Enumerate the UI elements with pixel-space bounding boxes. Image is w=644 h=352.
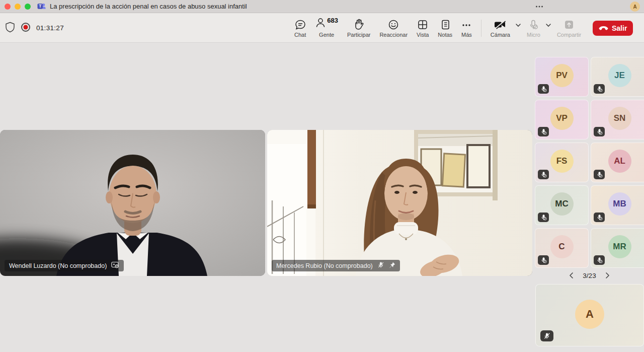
mic-muted-badge: [538, 170, 549, 179]
zoom-button[interactable]: [25, 4, 31, 10]
self-avatar: A: [575, 300, 604, 329]
shield-icon: [5, 22, 15, 35]
page-indicator: 3/23: [583, 272, 596, 279]
participant-avatar: JE: [608, 64, 631, 87]
participant-avatar: PV: [550, 64, 574, 87]
camera-label: Cámara: [491, 32, 510, 38]
notes-icon: [440, 18, 450, 30]
mic-muted-badge: [594, 213, 605, 222]
name-label-wendell: Wendell Luzardo (No comprobado): [5, 260, 124, 271]
window-controls: [5, 4, 31, 10]
self-view-tile[interactable]: A: [535, 284, 644, 346]
minimize-button[interactable]: [15, 4, 21, 10]
svg-text:T: T: [39, 4, 42, 9]
raised-hand-icon: [354, 18, 364, 30]
more-options-icon: [461, 18, 471, 30]
chat-label: Chat: [294, 32, 306, 38]
notes-button[interactable]: Notas: [433, 16, 457, 40]
mic-muted-badge: [594, 127, 605, 136]
mic-off-icon: [377, 261, 384, 270]
meeting-toolbar: 01:31:27 Chat 683 Gente P: [0, 13, 644, 43]
chat-button[interactable]: Chat: [290, 16, 310, 40]
mic-muted-badge: [538, 127, 549, 136]
video-effects-icon: [111, 261, 119, 270]
participant-tile[interactable]: MR: [591, 228, 644, 268]
participant-name: Wendell Luzardo (No comprobado): [9, 262, 107, 269]
titlebar: T La prescripción de la acción penal en …: [0, 0, 644, 13]
close-button[interactable]: [5, 4, 11, 10]
participant-avatar: MC: [550, 192, 574, 216]
mic-label: Micro: [527, 32, 540, 38]
mic-muted-icon: [528, 18, 538, 30]
name-label-mercedes: Mercedes Rubio (No comprobado): [272, 260, 400, 271]
participant-avatar: VP: [550, 107, 574, 130]
react-label: Reaccionar: [379, 32, 408, 38]
leave-button[interactable]: Salir: [593, 21, 633, 36]
participant-avatar: FS: [550, 150, 574, 173]
participant-tile[interactable]: MB: [591, 185, 644, 225]
window-title: La prescripción de la acción penal en ca…: [50, 3, 247, 10]
more-label: Más: [461, 32, 472, 38]
participant-avatar: SN: [608, 107, 631, 130]
notes-label: Notas: [438, 32, 452, 38]
meeting-timer: 01:31:27: [36, 24, 64, 32]
raise-hand-label: Participar: [347, 32, 370, 38]
participant-tile[interactable]: SN: [591, 100, 644, 139]
rail-pagination: 3/23: [535, 269, 644, 281]
participants-grid: PV JE VP SN FS AL MC MB: [535, 57, 644, 268]
more-button[interactable]: Más: [457, 16, 476, 40]
participant-tile[interactable]: PV: [535, 57, 589, 97]
participant-count: 683: [327, 17, 338, 24]
mic-options-chevron-icon[interactable]: [545, 20, 551, 29]
wendell-video-frame: [0, 130, 265, 276]
recording-indicator-icon: [21, 22, 31, 34]
self-mic-muted-badge: [540, 330, 553, 341]
participant-avatar: AL: [608, 150, 631, 173]
next-page-button[interactable]: [604, 271, 612, 279]
titlebar-more-options-icon[interactable]: [532, 0, 546, 13]
react-button[interactable]: Reaccionar: [375, 16, 412, 40]
participant-tile[interactable]: MC: [535, 185, 589, 225]
participant-tile[interactable]: AL: [591, 143, 644, 182]
mic-muted-badge: [538, 255, 549, 265]
video-tile-mercedes[interactable]: Mercedes Rubio (No comprobado): [267, 130, 532, 276]
mic-muted-badge: [538, 213, 549, 222]
leave-label: Salir: [612, 24, 627, 32]
raise-hand-button[interactable]: Participar: [343, 16, 375, 40]
share-button[interactable]: Compartir: [552, 16, 586, 40]
mic-muted-badge: [594, 170, 605, 179]
participant-avatar: MR: [608, 235, 631, 258]
view-button[interactable]: Vista: [412, 16, 433, 40]
hang-up-icon: [599, 24, 608, 32]
people-icon: [315, 17, 326, 30]
teams-icon: T: [37, 2, 46, 11]
view-label: Vista: [417, 32, 429, 38]
chat-icon: [295, 18, 306, 30]
camera-options-chevron-icon[interactable]: [515, 20, 521, 29]
participant-avatar: C: [550, 235, 574, 258]
participant-tile[interactable]: FS: [535, 143, 589, 182]
camera-button[interactable]: Cámara: [486, 16, 515, 40]
share-screen-icon: [564, 18, 575, 30]
gallery-view-icon: [417, 18, 428, 30]
mic-muted-badge: [594, 255, 605, 265]
participant-name: Mercedes Rubio (No comprobado): [276, 262, 373, 269]
account-avatar[interactable]: A: [630, 2, 640, 12]
share-label: Compartir: [557, 32, 581, 38]
previous-page-button[interactable]: [567, 271, 575, 279]
mercedes-video-frame: [267, 130, 532, 276]
pin-icon: [389, 262, 395, 270]
mic-muted-badge: [538, 84, 549, 94]
toolbar-divider: [481, 20, 481, 37]
participant-avatar: MB: [608, 192, 631, 216]
people-button[interactable]: 683 Gente: [310, 16, 343, 40]
video-tile-wendell[interactable]: Wendell Luzardo (No comprobado): [0, 130, 265, 276]
participant-tile[interactable]: VP: [535, 100, 589, 139]
mic-button[interactable]: Micro: [522, 16, 545, 40]
participant-tile[interactable]: C: [535, 228, 589, 268]
people-label: Gente: [319, 32, 334, 38]
mic-muted-badge: [594, 84, 605, 94]
camera-off-icon: [494, 18, 507, 30]
participant-tile[interactable]: JE: [591, 57, 644, 97]
smiley-icon: [388, 18, 399, 30]
